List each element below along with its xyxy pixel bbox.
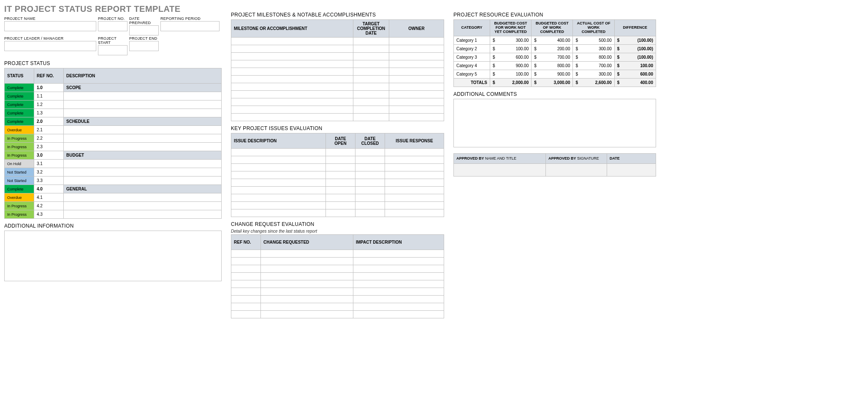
desc-cell[interactable] xyxy=(64,160,222,168)
table-row: In Progress4.2 xyxy=(5,202,222,210)
comments-field[interactable] xyxy=(453,99,656,147)
status-cell[interactable]: Not Started xyxy=(5,168,34,177)
status-cell[interactable]: Complete xyxy=(5,185,34,193)
desc-cell[interactable]: SCHEDULE xyxy=(64,117,222,126)
table-row[interactable] xyxy=(231,83,444,91)
table-row[interactable] xyxy=(231,202,444,209)
table-row[interactable] xyxy=(231,258,444,265)
desc-cell[interactable] xyxy=(64,134,222,143)
additional-info-field[interactable] xyxy=(4,231,222,281)
money-cell: $3,000.00 xyxy=(532,78,573,87)
table-row[interactable] xyxy=(231,209,444,217)
col-change-impact: IMPACT DESCRIPTION xyxy=(353,235,444,250)
table-row[interactable] xyxy=(231,194,444,202)
status-cell[interactable]: In Progress xyxy=(5,134,34,143)
desc-cell[interactable] xyxy=(64,143,222,151)
status-cell[interactable]: Complete xyxy=(5,92,34,100)
desc-cell[interactable]: GENERAL xyxy=(64,185,222,193)
table-row: Overdue2.1 xyxy=(5,126,222,134)
status-cell[interactable]: In Progress xyxy=(5,202,34,210)
table-row[interactable] xyxy=(231,296,444,303)
table-row[interactable] xyxy=(231,179,444,187)
table-row[interactable] xyxy=(231,280,444,288)
desc-cell[interactable]: BUDGET xyxy=(64,151,222,160)
table-row: Overdue4.1 xyxy=(5,193,222,202)
table-row[interactable] xyxy=(231,91,444,98)
approval-sig-label: APPROVED BY SIGNATURE xyxy=(546,153,607,163)
desc-cell[interactable] xyxy=(64,210,222,219)
table-row[interactable] xyxy=(231,114,444,121)
table-row[interactable] xyxy=(231,265,444,273)
desc-cell[interactable] xyxy=(64,126,222,134)
category-cell: Category 3 xyxy=(454,53,490,61)
money-cell: $2,600.00 xyxy=(573,78,614,87)
table-row: Category 1$300.00$400.00$500.00$(100.00) xyxy=(454,36,656,44)
table-row[interactable] xyxy=(231,156,444,164)
money-cell: $600.00 xyxy=(490,53,531,61)
table-row[interactable] xyxy=(231,273,444,280)
desc-cell[interactable] xyxy=(64,109,222,117)
table-row[interactable] xyxy=(231,38,444,45)
table-row[interactable] xyxy=(231,98,444,106)
table-row[interactable] xyxy=(231,288,444,296)
status-cell[interactable]: On Hold xyxy=(5,160,34,168)
table-row[interactable] xyxy=(231,68,444,76)
col-category: CATEGORY xyxy=(454,20,490,36)
desc-cell[interactable] xyxy=(64,100,222,109)
status-cell[interactable]: Complete xyxy=(5,100,34,109)
reporting-period-field[interactable] xyxy=(160,21,220,31)
project-leader-label: PROJECT LEADER / MANAGER xyxy=(4,36,96,41)
project-end-field[interactable] xyxy=(129,41,159,51)
totals-label: TOTALS xyxy=(454,78,490,87)
table-row[interactable] xyxy=(231,149,444,156)
status-cell[interactable]: Complete xyxy=(5,109,34,117)
project-name-field[interactable] xyxy=(4,21,96,31)
desc-cell[interactable] xyxy=(64,177,222,185)
date-prepared-field[interactable] xyxy=(129,25,159,35)
table-row[interactable] xyxy=(231,187,444,194)
ref-cell: 3.1 xyxy=(34,160,64,168)
issues-table: ISSUE DESCRIPTION DATE OPEN DATE CLOSED … xyxy=(231,133,444,217)
project-start-field[interactable] xyxy=(98,45,127,55)
project-status-table: STATUS REF NO. DESCRIPTION Complete1.0SC… xyxy=(4,68,222,219)
status-cell[interactable]: In Progress xyxy=(5,143,34,151)
desc-cell[interactable] xyxy=(64,168,222,177)
status-cell[interactable]: In Progress xyxy=(5,151,34,160)
desc-cell[interactable] xyxy=(64,193,222,202)
table-row[interactable] xyxy=(231,106,444,114)
status-cell[interactable]: In Progress xyxy=(5,210,34,219)
changes-heading: CHANGE REQUEST EVALUATION xyxy=(231,221,444,227)
money-cell: $300.00 xyxy=(573,70,614,78)
desc-cell[interactable]: SCOPE xyxy=(64,84,222,92)
money-cell: $2,000.00 xyxy=(490,78,531,87)
table-row: In Progress2.2 xyxy=(5,134,222,143)
ref-cell: 3.3 xyxy=(34,177,64,185)
table-row: Complete1.3 xyxy=(5,109,222,117)
table-row[interactable] xyxy=(231,164,444,171)
project-no-field[interactable] xyxy=(98,21,127,31)
status-cell[interactable]: Not Started xyxy=(5,177,34,185)
desc-cell[interactable] xyxy=(64,92,222,100)
ref-cell: 2.1 xyxy=(34,126,64,134)
desc-cell[interactable] xyxy=(64,202,222,210)
status-cell[interactable]: Complete xyxy=(5,84,34,92)
table-row[interactable] xyxy=(231,53,444,60)
table-row: Complete1.2 xyxy=(5,100,222,109)
table-row[interactable] xyxy=(231,60,444,68)
table-row[interactable] xyxy=(231,311,444,318)
status-cell[interactable]: Overdue xyxy=(5,193,34,202)
status-cell[interactable]: Overdue xyxy=(5,126,34,134)
table-row[interactable] xyxy=(231,303,444,311)
table-row[interactable] xyxy=(231,45,444,53)
table-row[interactable] xyxy=(231,76,444,83)
table-row: Complete4.0GENERAL xyxy=(5,185,222,193)
table-row: In Progress2.3 xyxy=(5,143,222,151)
comments-heading: ADDITIONAL COMMENTS xyxy=(453,91,656,97)
status-cell[interactable]: Complete xyxy=(5,117,34,126)
category-cell: Category 5 xyxy=(454,70,490,78)
approval-row[interactable] xyxy=(454,163,656,176)
table-row[interactable] xyxy=(231,250,444,258)
project-leader-field[interactable] xyxy=(4,41,96,51)
table-row[interactable] xyxy=(231,171,444,179)
money-cell: $100.00 xyxy=(490,70,531,78)
